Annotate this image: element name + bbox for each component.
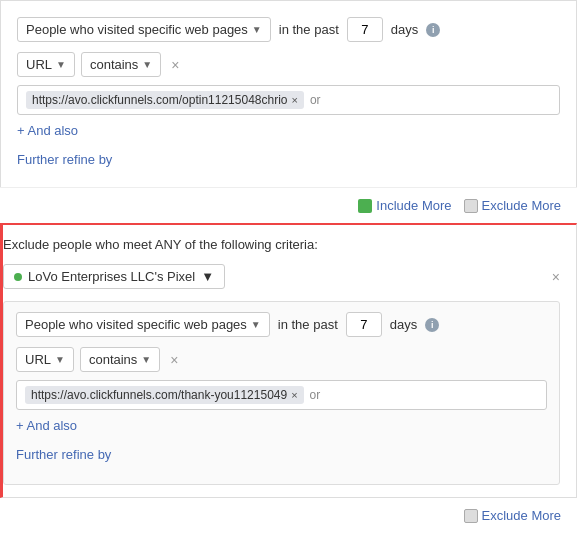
exclude-section: Exclude people who meet ANY of the follo… [0,223,577,498]
exclude-filter-type-dropdown[interactable]: People who visited specific web pages ▼ [16,312,270,337]
exclude-condition-close-icon[interactable]: × [170,352,178,368]
chevron-down-icon: ▼ [201,269,214,284]
exclude-filter-row: People who visited specific web pages ▼ … [16,312,547,337]
url-tag-container: https://avo.clickfunnels.com/optin112150… [17,85,560,115]
include-icon [358,199,372,213]
url-label: URL [26,57,52,72]
exclude-url-tag-row: https://avo.clickfunnels.com/thank-you11… [16,380,547,410]
exclude-contains-label: contains [89,352,137,367]
exclude-inner-box: People who visited specific web pages ▼ … [3,301,560,485]
pixel-dropdown[interactable]: LoVo Enterprises LLC's Pixel ▼ [3,264,225,289]
exclude-url-tag-text: https://avo.clickfunnels.com/thank-you11… [31,388,287,402]
exclude-info-icon[interactable]: i [425,318,439,332]
chevron-down-icon: ▼ [142,59,152,70]
action-toolbar: Include More Exclude More [0,187,577,223]
condition-close-icon[interactable]: × [171,57,179,73]
in-the-past-label: in the past [279,22,339,37]
exclude-more-button[interactable]: Exclude More [464,198,561,213]
exclude-url-dropdown[interactable]: URL ▼ [16,347,74,372]
chevron-down-icon: ▼ [252,24,262,35]
include-section: People who visited specific web pages ▼ … [0,0,577,187]
bottom-exclude-icon [464,509,478,523]
exclude-url-condition-row: URL ▼ contains ▼ × [16,347,547,372]
url-condition-row: URL ▼ contains ▼ × [17,52,560,77]
exclude-more-label: Exclude More [482,198,561,213]
url-tag-row: https://avo.clickfunnels.com/optin112150… [17,85,560,115]
include-more-label: Include More [376,198,451,213]
include-more-button[interactable]: Include More [358,198,451,213]
filter-type-dropdown[interactable]: People who visited specific web pages ▼ [17,17,271,42]
days-label: days [391,22,418,37]
exclude-or-label: or [310,388,321,402]
and-also-link[interactable]: + And also [17,123,78,138]
days-input[interactable] [347,17,383,42]
or-label: or [310,93,321,107]
pixel-row: LoVo Enterprises LLC's Pixel ▼ × [3,264,560,289]
filter-type-label: People who visited specific web pages [26,22,248,37]
url-tag: https://avo.clickfunnels.com/optin112150… [26,91,304,109]
pixel-name: LoVo Enterprises LLC's Pixel [28,269,195,284]
url-tag-remove-icon[interactable]: × [292,95,298,106]
exclude-header: Exclude people who meet ANY of the follo… [3,237,560,252]
pixel-close-icon[interactable]: × [552,269,560,285]
exclude-contains-dropdown[interactable]: contains ▼ [80,347,160,372]
exclude-days-input[interactable] [346,312,382,337]
exclude-url-tag-container: https://avo.clickfunnels.com/thank-you11… [16,380,547,410]
info-icon[interactable]: i [426,23,440,37]
pixel-active-icon [14,273,22,281]
exclude-url-label: URL [25,352,51,367]
url-dropdown[interactable]: URL ▼ [17,52,75,77]
exclude-icon [464,199,478,213]
bottom-exclude-more-button[interactable]: Exclude More [464,508,561,523]
chevron-down-icon: ▼ [55,354,65,365]
bottom-exclude-more-label: Exclude More [482,508,561,523]
filter-row: People who visited specific web pages ▼ … [17,17,560,42]
chevron-down-icon: ▼ [56,59,66,70]
exclude-and-also-link[interactable]: + And also [16,418,77,433]
further-refine-link[interactable]: Further refine by [17,152,560,179]
exclude-url-tag: https://avo.clickfunnels.com/thank-you11… [25,386,304,404]
exclude-further-refine-link[interactable]: Further refine by [16,447,547,474]
chevron-down-icon: ▼ [141,354,151,365]
contains-dropdown[interactable]: contains ▼ [81,52,161,77]
exclude-in-the-past-label: in the past [278,317,338,332]
exclude-days-label: days [390,317,417,332]
contains-label: contains [90,57,138,72]
url-tag-text: https://avo.clickfunnels.com/optin112150… [32,93,288,107]
exclude-filter-type-label: People who visited specific web pages [25,317,247,332]
bottom-toolbar: Exclude More [0,498,577,527]
chevron-down-icon: ▼ [251,319,261,330]
exclude-url-tag-remove-icon[interactable]: × [291,390,297,401]
